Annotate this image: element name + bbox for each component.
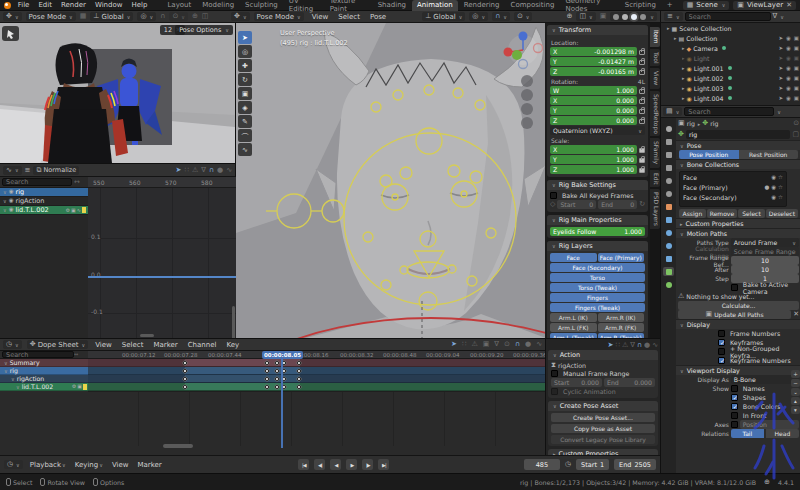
bone-collection-action-button[interactable]: Select bbox=[738, 209, 765, 218]
show-shapes-checkbox[interactable] bbox=[731, 394, 738, 401]
lock-open-icon[interactable] bbox=[639, 50, 645, 55]
rotation-mode-dropdown[interactable]: Quaternion (WXYZ)∨ bbox=[550, 126, 645, 135]
workspace-tab[interactable]: Geometry Nodes bbox=[560, 0, 618, 11]
proportional-edit-dropdown[interactable]: ⊙∨ bbox=[169, 12, 188, 21]
location-field[interactable]: X-0.001298 m bbox=[550, 47, 637, 56]
graph-curve-area[interactable]: 0.1 0.0 -0.1 bbox=[88, 188, 236, 339]
scale-field[interactable]: Z1.000 bbox=[550, 165, 637, 174]
dope-hscrollbar[interactable] bbox=[163, 444, 193, 448]
display-checkbox[interactable] bbox=[718, 357, 725, 364]
outliner-row[interactable]: ▸ Light.003 ➤ ◉ ▣ bbox=[661, 83, 800, 93]
rotate-tool[interactable]: ↻ bbox=[238, 73, 252, 86]
rig-layer-button[interactable]: Face (Secondary) bbox=[550, 263, 645, 272]
blender-logo-icon[interactable] bbox=[4, 2, 11, 9]
workspace-tab[interactable]: Modeling bbox=[197, 0, 239, 11]
proportional-edit-dropdown[interactable]: ⊙∨ bbox=[514, 12, 533, 21]
prev-keyframe-button[interactable]: ◀| bbox=[314, 459, 325, 470]
lock-open-icon[interactable] bbox=[639, 119, 645, 124]
editor-type-dropdown[interactable]: ◷∨ bbox=[3, 340, 22, 349]
hide-eye-icon[interactable]: ◉ bbox=[786, 65, 791, 71]
visibility-eye-icon[interactable]: ◉ bbox=[771, 174, 776, 180]
current-frame-field[interactable]: 485 bbox=[524, 459, 560, 470]
viewport-display-header[interactable]: ∨Viewport Display bbox=[676, 365, 800, 375]
dope-mode-dropdown[interactable]: ✥Dope Sheet∨ bbox=[27, 340, 88, 349]
scale-field[interactable]: Y1.000 bbox=[550, 155, 637, 164]
properties-tab[interactable] bbox=[663, 124, 674, 133]
topbar-menu[interactable]: Edit bbox=[36, 1, 54, 9]
relations-head-button[interactable]: Head bbox=[766, 429, 799, 438]
overlays-dropdown[interactable]: ◫∨ bbox=[576, 12, 595, 21]
multiframe-icon[interactable]: ▣ bbox=[483, 341, 490, 348]
keyframe-diamond[interactable] bbox=[296, 376, 302, 382]
custom-properties-header[interactable]: ▸Custom Properties bbox=[676, 218, 800, 228]
dope-key-row[interactable] bbox=[88, 359, 545, 367]
expand-icon[interactable]: ↔ bbox=[74, 179, 80, 186]
workspace-tab[interactable]: Texture Paint bbox=[325, 0, 372, 11]
rotation-field[interactable]: Z0.000 bbox=[550, 116, 637, 125]
graph-channel[interactable]: ∨ ◉ rig ⚙ ▣ ∿ bbox=[0, 188, 88, 197]
properties-tab[interactable] bbox=[663, 228, 674, 237]
workspace-tab[interactable]: + bbox=[662, 0, 678, 11]
copy-icon[interactable]: ● bbox=[217, 167, 223, 174]
relations-tail-button[interactable]: Tail bbox=[731, 429, 764, 438]
frame-range-before-field[interactable]: 10 bbox=[731, 256, 799, 265]
fcurve-icon[interactable]: ∿ bbox=[652, 342, 658, 349]
rotation-field[interactable]: X0.000 bbox=[550, 96, 637, 105]
workspace-tab[interactable]: Layout bbox=[162, 0, 196, 11]
marker-menu[interactable]: Marker bbox=[136, 461, 164, 469]
fake-user-shield-icon[interactable]: ▢ bbox=[792, 131, 799, 138]
pose-options-button[interactable]: Pose Options∨ bbox=[175, 25, 233, 35]
dope-menu[interactable]: View bbox=[93, 341, 114, 349]
viewport-menu[interactable]: Pose bbox=[368, 13, 388, 21]
play-button[interactable]: ▶ bbox=[346, 459, 357, 470]
annotate-tool[interactable]: ✎ bbox=[238, 115, 252, 128]
current-frame-badge[interactable]: 00:00:08.05 bbox=[262, 351, 303, 359]
topbar-menu[interactable]: File bbox=[16, 1, 32, 9]
graph-ruler[interactable]: 550560570580 bbox=[88, 177, 236, 188]
n-panel-tab[interactable]: SFamily bbox=[650, 138, 660, 167]
mode-dropdown[interactable]: Pose Mode∨ bbox=[26, 12, 76, 21]
hide-eye-icon[interactable]: ◉ bbox=[786, 55, 791, 61]
only-selected-filter-icon[interactable]: ➤ bbox=[608, 342, 614, 349]
properties-tab[interactable] bbox=[663, 241, 674, 250]
outliner-row[interactable]: ▸ Light.002 ➤ ◉ ▣ bbox=[661, 73, 800, 83]
lock-open-icon[interactable] bbox=[639, 70, 645, 75]
fcurve-modifier-icon[interactable]: ∿ bbox=[536, 341, 542, 348]
show-gizmo-icon[interactable]: ⊕ bbox=[567, 13, 573, 20]
graph-channel[interactable]: ∨ ◉ rigAction ⚙ ▣ ∿ bbox=[0, 197, 88, 206]
dope-channel[interactable]: ∨ lid.T.L.002 ⚙ ▣ bbox=[0, 383, 88, 391]
n-panel-tab[interactable]: PSD Layers bbox=[650, 189, 660, 229]
lock-open-icon[interactable] bbox=[639, 89, 645, 94]
rig-layer-button[interactable]: Fingers (Tweak) bbox=[550, 303, 645, 312]
properties-tab[interactable] bbox=[663, 163, 674, 172]
use-preview-range-icon[interactable]: ◷ bbox=[565, 461, 571, 468]
rig-layer-button[interactable]: Torso bbox=[550, 273, 645, 282]
hide-eye-icon[interactable]: ◉ bbox=[786, 95, 791, 101]
workspace-tab[interactable]: Compositing bbox=[506, 0, 560, 11]
topbar-menu[interactable]: Help bbox=[129, 1, 149, 9]
material-preview-icon[interactable] bbox=[631, 14, 637, 20]
errors-filter-icon[interactable]: ⚠ bbox=[192, 167, 198, 174]
dope-ruler[interactable]: 00:00:07.1200:00:07.2800:00:07.4400:00:0… bbox=[88, 351, 545, 359]
overlays-icon[interactable]: ◫ bbox=[202, 13, 209, 20]
paths-type-dropdown[interactable]: Around Frame∨ bbox=[731, 238, 799, 247]
cyclic-checkbox[interactable] bbox=[551, 388, 558, 395]
properties-options-icon[interactable]: ∨ bbox=[777, 109, 781, 115]
snap-magnet-icon[interactable]: ∩ bbox=[160, 13, 165, 20]
snap-dropdown[interactable]: ∩∨ bbox=[492, 12, 510, 21]
location-field[interactable]: Y-0.01427 m bbox=[550, 57, 637, 66]
copy-pose-as-asset-button[interactable]: Copy Pose as Asset bbox=[551, 424, 655, 433]
hidden-icon[interactable]: ∷ bbox=[615, 342, 619, 349]
solo-star-icon[interactable]: ☆ bbox=[778, 194, 783, 200]
pose-panel-header[interactable]: ∨Pose bbox=[676, 140, 800, 150]
pivot-dropdown[interactable]: ◎∨ bbox=[137, 12, 156, 21]
mode-icon-dropdown[interactable]: ✥∨ bbox=[231, 12, 250, 21]
graph-search-input[interactable] bbox=[2, 178, 72, 186]
scene-selector[interactable]: ▦Scene∨ bbox=[683, 1, 730, 10]
axes-checkbox[interactable] bbox=[731, 421, 738, 428]
rig-layer-button[interactable]: Fingers bbox=[550, 293, 645, 302]
visibility-eye-icon[interactable]: ◉ bbox=[771, 194, 776, 200]
keyframe-diamond[interactable] bbox=[296, 360, 302, 366]
pose-position-button[interactable]: Pose Position bbox=[679, 150, 739, 159]
lock-closed-icon[interactable] bbox=[639, 158, 645, 163]
